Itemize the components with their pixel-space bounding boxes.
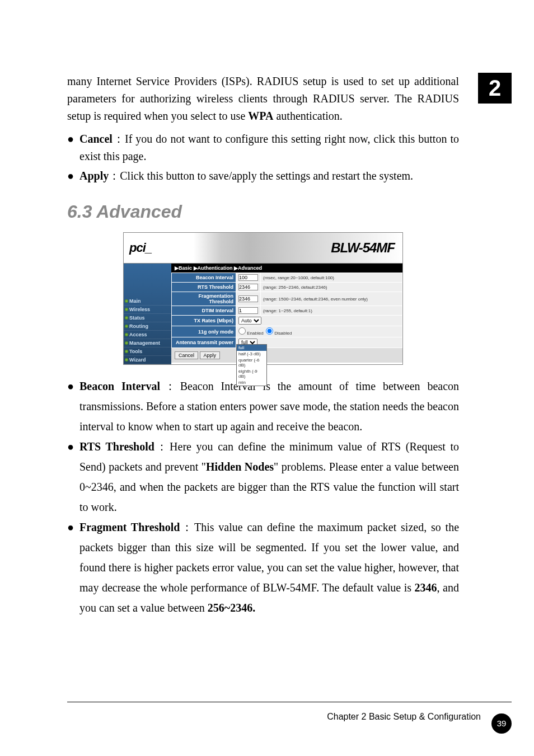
table-row: Antenna transmit power full full half (-… <box>172 337 402 348</box>
ss-beacon-input[interactable] <box>238 274 258 281</box>
section-title: 6.3 Advanced <box>67 201 459 222</box>
ss-dropdown-option[interactable]: quarter (-6 dB) <box>237 357 266 368</box>
ss-nav-tools[interactable]: Tools <box>124 348 171 356</box>
cancel-label: Cancel <box>79 133 113 145</box>
ss-antenna-dropdown[interactable]: full half (-3 dB) quarter (-6 dB) eighth… <box>236 344 267 386</box>
ss-dropdown-option[interactable]: min <box>237 379 266 386</box>
intro-paragraph: many Internet Service Providers (ISPs). … <box>67 73 459 125</box>
embedded-screenshot: pci_ BLW-54MF Main Wireless Status Routi… <box>123 232 403 365</box>
ss-11g-enabled-radio[interactable] <box>238 327 246 335</box>
ss-nav-wizard[interactable]: Wizard <box>124 356 171 364</box>
content-area: many Internet Service Providers (ISPs). … <box>67 73 459 618</box>
fragment-bullet: ●Fragment Threshold：This value can defin… <box>67 517 459 618</box>
ss-11g-disabled-text: Disabled <box>274 331 292 336</box>
ss-beacon-label: Beacon Interval <box>172 273 236 283</box>
apply-label: Apply <box>79 170 109 182</box>
ss-frag-label: Fragmentation Threshold <box>172 292 236 306</box>
apply-bullet: ●Apply：Click this button to save/apply t… <box>67 167 459 185</box>
ss-11g-disabled-radio[interactable] <box>266 327 273 335</box>
table-row: 11g only mode Enabled Disabled <box>172 326 402 337</box>
ss-tabs[interactable]: ▶Basic ▶Authentication ▶Advanced <box>171 264 402 273</box>
ss-cancel-button[interactable]: Cancel <box>175 351 198 359</box>
intro-wpa-bold: WPA <box>248 110 273 122</box>
table-row: DTIM Interval (range: 1~255, default:1) <box>172 306 402 316</box>
table-row: TX Rates (Mbps) Auto <box>172 316 402 326</box>
ss-settings-table: Beacon Interval (msec, range:20~1000, de… <box>171 273 402 348</box>
bullet-icon: ● <box>67 436 79 457</box>
fragment-label: Fragment Threshold <box>79 521 180 533</box>
fragment-sep: ： <box>180 521 194 533</box>
ss-beacon-hint: (msec, range:20~1000, default:100) <box>261 273 402 283</box>
ss-dropdown-option[interactable]: eighth (-9 dB) <box>237 368 266 379</box>
apply-sep: ： <box>109 170 120 182</box>
intro-text-2: authentication. <box>273 110 342 122</box>
chapter-number-box: 2 <box>478 73 512 104</box>
rts-label: RTS Threshold <box>79 440 154 453</box>
table-row: RTS Threshold (range: 256~2346, default:… <box>172 283 402 292</box>
ss-antenna-label: Antenna transmit power <box>172 337 236 348</box>
bullet-icon: ● <box>67 167 79 185</box>
ss-dropdown-option[interactable]: full <box>237 345 266 351</box>
footer-chapter-text: Chapter 2 Basic Setup & Configuration <box>327 712 481 722</box>
ss-11g-label: 11g only mode <box>172 326 236 337</box>
table-row: Beacon Interval (msec, range:20~1000, de… <box>172 273 402 283</box>
ss-button-row: Cancel Apply <box>171 348 402 363</box>
ss-frag-input[interactable] <box>238 295 258 302</box>
rts-hidden-nodes-bold: Hidden Nodes <box>206 461 274 473</box>
ss-nav-access[interactable]: Access <box>124 331 171 339</box>
ss-frag-hint: (range: 1500~2346, default:2346, even nu… <box>261 292 402 306</box>
ss-txrates-select[interactable]: Auto <box>238 317 261 325</box>
cancel-text: If you do not want to configure this set… <box>79 133 459 162</box>
ss-nav-routing[interactable]: Routing <box>124 322 171 331</box>
footer-page-number: 39 <box>491 713 512 734</box>
rts-bullet: ●RTS Threshold：Here you can define the m… <box>67 436 459 517</box>
ss-header: pci_ BLW-54MF <box>124 233 402 264</box>
ss-rts-label: RTS Threshold <box>172 283 236 292</box>
cancel-bullet: ●Cancel：If you do not want to configure … <box>67 130 459 165</box>
ss-main: ▶Basic ▶Authentication ▶Advanced Beacon … <box>171 264 402 364</box>
ss-dtim-label: DTIM Interval <box>172 306 236 316</box>
fragment-range-bold: 256~2346. <box>208 602 255 614</box>
ss-apply-button[interactable]: Apply <box>200 351 221 359</box>
ss-nav-main[interactable]: Main <box>124 297 171 306</box>
lower-paragraphs: ●Beacon Interval：Beacon Interval is the … <box>67 376 459 618</box>
ss-nav-status[interactable]: Status <box>124 314 171 322</box>
ss-nav-management[interactable]: Management <box>124 339 171 348</box>
beacon-sep: ： <box>160 380 180 392</box>
bullet-icon: ● <box>67 517 79 537</box>
ss-dtim-input[interactable] <box>238 307 258 314</box>
table-row: Fragmentation Threshold (range: 1500~234… <box>172 292 402 306</box>
ss-nav-wireless[interactable]: Wireless <box>124 306 171 314</box>
fragment-2346-bold: 2346 <box>415 581 437 594</box>
ss-rts-input[interactable] <box>238 284 258 290</box>
ss-sidebar: Main Wireless Status Routing Access Mana… <box>124 264 171 364</box>
bullet-icon: ● <box>67 376 79 396</box>
ss-11g-enabled-text: Enabled <box>247 331 263 336</box>
beacon-label: Beacon Interval <box>79 380 160 392</box>
bullet-icon: ● <box>67 130 79 148</box>
rts-sep: ： <box>154 440 170 453</box>
cancel-sep: ： <box>113 133 125 145</box>
page-footer: Chapter 2 Basic Setup & Configuration 39 <box>67 702 512 727</box>
ss-logo: pci_ <box>124 241 152 255</box>
ss-dtim-hint: (range: 1~255, default:1) <box>261 306 402 316</box>
ss-model: BLW-54MF <box>331 240 402 256</box>
ss-dropdown-option[interactable]: half (-3 dB) <box>237 351 266 357</box>
ss-txrates-label: TX Rates (Mbps) <box>172 316 236 326</box>
ss-rts-hint: (range: 256~2346, default:2346) <box>261 283 402 292</box>
apply-text: Click this button to save/apply the sett… <box>120 170 413 182</box>
